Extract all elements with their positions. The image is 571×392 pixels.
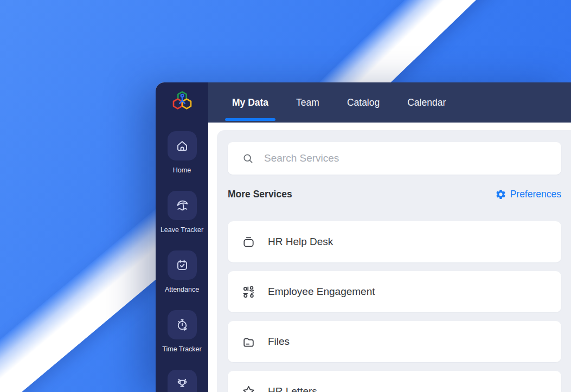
beach-umbrella-icon <box>175 198 189 213</box>
sidebar-item-leave-tracker[interactable]: Leave Tracker <box>156 191 208 234</box>
service-card-hr-letters[interactable]: HR Letters <box>228 371 561 392</box>
calendar-check-icon <box>175 258 189 272</box>
service-card-hr-help-desk[interactable]: HR Help Desk <box>228 221 561 262</box>
sidebar: Home Leave Tracker Attendance <box>156 82 208 392</box>
engagement-icon <box>241 285 256 299</box>
services-panel: More Services Preferences HR Help Desk <box>217 130 571 392</box>
search-input[interactable] <box>263 152 551 165</box>
sidebar-item-home[interactable]: Home <box>156 131 208 174</box>
folder-icon <box>241 335 256 349</box>
sidebar-item-label: Attendance <box>165 286 199 293</box>
section-header-row: More Services Preferences <box>228 187 561 201</box>
stopwatch-icon <box>175 318 189 332</box>
home-tile <box>168 131 197 160</box>
trophy-icon <box>175 377 189 391</box>
section-title: More Services <box>228 189 292 200</box>
zoho-people-logo-icon <box>171 90 194 113</box>
preferences-label: Preferences <box>510 189 561 200</box>
attendance-tile <box>168 250 197 280</box>
tab-catalog[interactable]: Catalog <box>347 82 380 123</box>
tab-my-data[interactable]: My Data <box>232 82 268 123</box>
search-icon <box>242 152 254 165</box>
zoho-people-logo[interactable] <box>156 90 208 113</box>
tab-calendar[interactable]: Calendar <box>407 82 446 123</box>
active-tab-underline <box>225 118 275 121</box>
top-navigation: My Data Team Catalog Calendar <box>208 82 571 123</box>
briefcase-icon <box>241 235 256 249</box>
sidebar-item-label: Home <box>173 166 191 174</box>
service-card-employee-engagement[interactable]: Employee Engagement <box>228 271 561 312</box>
service-card-files[interactable]: Files <box>228 321 561 362</box>
sidebar-item-attendance[interactable]: Attendance <box>156 250 208 293</box>
star-icon <box>241 384 256 392</box>
sidebar-item-time-tracker[interactable]: Time Tracker <box>156 310 208 353</box>
time-tracker-tile <box>168 310 197 339</box>
services-list: HR Help Desk Employee Engagement <box>228 221 561 392</box>
preferences-link[interactable]: Preferences <box>495 189 561 200</box>
content-area: More Services Preferences HR Help Desk <box>208 123 571 392</box>
home-icon <box>175 139 189 153</box>
app-window: Home Leave Tracker Attendance <box>156 82 571 392</box>
tab-team[interactable]: Team <box>296 82 319 123</box>
sidebar-item-label: Leave Tracker <box>161 226 203 234</box>
sidebar-item-label: Time Tracker <box>162 345 201 353</box>
leave-tracker-tile <box>168 191 197 220</box>
search-services-box[interactable] <box>228 142 561 175</box>
sidebar-item-performance[interactable] <box>156 370 208 392</box>
performance-tile <box>168 370 197 392</box>
gear-icon <box>495 189 506 200</box>
